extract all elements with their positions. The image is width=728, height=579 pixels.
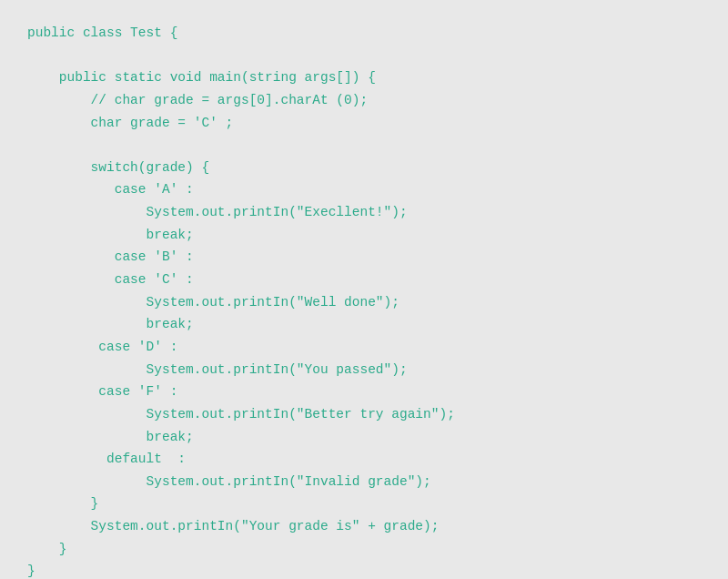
code-container: public class Test { public static void m… bbox=[9, 9, 719, 579]
code-block: public class Test { public static void m… bbox=[27, 22, 701, 579]
